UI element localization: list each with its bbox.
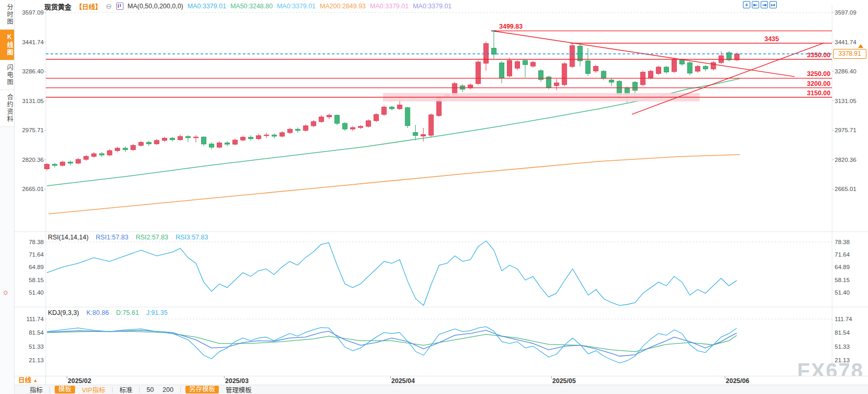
svg-text:3131.05: 3131.05 bbox=[22, 98, 44, 104]
svg-text:64.89: 64.89 bbox=[29, 264, 44, 270]
svg-text:51.40: 51.40 bbox=[29, 289, 44, 296]
svg-text:3441.74: 3441.74 bbox=[22, 39, 44, 45]
month-tick bbox=[224, 376, 225, 378]
svg-text:64.89: 64.89 bbox=[835, 264, 850, 270]
indicator-curves-group bbox=[47, 241, 737, 363]
month-label: 2025/06 bbox=[726, 377, 749, 385]
rsi2-value: RSI2:57.83 bbox=[135, 234, 168, 241]
svg-text:78.38: 78.38 bbox=[835, 239, 850, 245]
svg-text:81.54: 81.54 bbox=[29, 329, 44, 336]
svg-text:58.15: 58.15 bbox=[835, 277, 850, 283]
svg-text:2665.01: 2665.01 bbox=[835, 186, 857, 192]
divider bbox=[139, 387, 140, 393]
svg-text:51.33: 51.33 bbox=[835, 344, 850, 350]
symbol-name: 现货黄金 bbox=[44, 2, 71, 11]
price-up-arrow-icon bbox=[858, 44, 863, 48]
svg-text:78.38: 78.38 bbox=[29, 239, 44, 245]
indicator-line-K bbox=[47, 331, 737, 357]
ma200-quick-button[interactable]: 200 bbox=[160, 386, 176, 393]
triangle-up-icon: ▲ bbox=[33, 378, 38, 383]
collapse-icon[interactable]: ⊖ bbox=[106, 2, 112, 10]
rsi3-value: RSI3:57.83 bbox=[176, 234, 208, 241]
month-label: 2025/02 bbox=[68, 377, 91, 385]
indicators-button[interactable]: 指标 bbox=[28, 385, 45, 394]
bottom-toolbar: 指标 模板 VIP指标 标准 50 200 另存模板 管理模板 bbox=[15, 385, 868, 394]
price-chart-canvas[interactable]: 3597.093597.093441.743441.743286.403286.… bbox=[0, 0, 868, 394]
svg-text:71.64: 71.64 bbox=[835, 251, 850, 258]
svg-text:3286.40: 3286.40 bbox=[835, 68, 857, 74]
period-selector[interactable]: 日线 ▲ bbox=[15, 376, 46, 385]
divider bbox=[49, 387, 50, 393]
chart-header: 现货黄金 【日线】 ⊖ MA(0,50,0,200,0,0) MA0:3379.… bbox=[44, 1, 452, 11]
svg-text:3597.09: 3597.09 bbox=[835, 9, 857, 16]
month-tick bbox=[67, 376, 67, 378]
kdj-k-value: K:80.86 bbox=[86, 309, 109, 316]
svg-text:2820.36: 2820.36 bbox=[22, 157, 44, 163]
svg-text:2820.36: 2820.36 bbox=[835, 157, 857, 163]
divider bbox=[180, 387, 181, 393]
candlestick-mini-icon bbox=[116, 3, 123, 10]
month-label: 2025/05 bbox=[552, 377, 576, 385]
ma50-value: MA50:3248.80 bbox=[230, 3, 272, 10]
ma0-value-2: MA0:3379.01 bbox=[277, 3, 315, 10]
ma-settings-label: MA(0,50,0,200,0,0) bbox=[128, 3, 183, 10]
svg-text:3131.05: 3131.05 bbox=[835, 98, 857, 104]
current-price-badge: 3378.91 bbox=[833, 49, 866, 59]
save-template-button[interactable]: 另存模板 bbox=[185, 386, 219, 393]
kdj-title: KDJ(9,3,3) bbox=[48, 309, 79, 316]
svg-text:51.33: 51.33 bbox=[29, 344, 44, 350]
standard-button[interactable]: 标准 bbox=[117, 385, 134, 394]
svg-text:2975.71: 2975.71 bbox=[22, 127, 44, 133]
kdj-d-value: D:75.61 bbox=[116, 309, 139, 316]
month-tick bbox=[551, 376, 552, 378]
ma0-value-3: MA0:3379.01 bbox=[370, 3, 408, 10]
ma0-value: MA0:3379.01 bbox=[188, 3, 226, 10]
svg-text:3286.40: 3286.40 bbox=[22, 68, 44, 74]
manage-templates-button[interactable]: 管理模板 bbox=[224, 385, 254, 394]
rsi-title: RSI(14,14,14) bbox=[48, 234, 89, 241]
svg-text:111.74: 111.74 bbox=[835, 316, 852, 322]
divider bbox=[112, 387, 113, 393]
axis-left-icon[interactable]: ⇤ bbox=[752, 1, 759, 8]
indicator-line-D bbox=[47, 331, 737, 351]
svg-text:3150.00: 3150.00 bbox=[807, 90, 830, 97]
rsi-header: RSI(14,14,14) RSI1:57.83 RSI2:57.83 RSI3… bbox=[48, 234, 208, 241]
svg-text:3441.74: 3441.74 bbox=[835, 39, 857, 45]
svg-text:21.13: 21.13 bbox=[29, 357, 44, 363]
indicator-line-RSI bbox=[47, 241, 737, 306]
month-tick bbox=[390, 376, 391, 378]
kdj-settings-icon[interactable]: ☼ bbox=[2, 288, 9, 296]
period-tag: 【日线】 bbox=[76, 2, 102, 11]
svg-text:3499.83: 3499.83 bbox=[499, 23, 523, 30]
ma0-value-4: MA0:3379.01 bbox=[413, 3, 451, 10]
svg-text:2665.01: 2665.01 bbox=[22, 186, 44, 192]
month-label: 2025/04 bbox=[391, 377, 415, 385]
svg-text:111.74: 111.74 bbox=[27, 316, 44, 322]
kdj-j-value: J:91.35 bbox=[146, 309, 168, 316]
svg-text:3350.00: 3350.00 bbox=[807, 52, 830, 59]
svg-text:71.64: 71.64 bbox=[29, 251, 44, 258]
vip-indicators-button[interactable]: VIP指标 bbox=[80, 385, 107, 394]
ma50-quick-button[interactable]: 50 bbox=[144, 386, 156, 393]
svg-text:3435: 3435 bbox=[764, 35, 779, 43]
app-root: 分时图 K线图 闪电图 合约资料 现货黄金 【日线】 ⊖ MA(0,50,0,2… bbox=[0, 0, 868, 394]
month-tick bbox=[725, 376, 725, 378]
svg-text:81.54: 81.54 bbox=[835, 329, 850, 336]
rsi1-value: RSI1:57.83 bbox=[96, 234, 129, 241]
svg-text:58.15: 58.15 bbox=[29, 277, 44, 283]
ma-line-MA200 bbox=[48, 155, 740, 214]
svg-text:2975.71: 2975.71 bbox=[835, 127, 857, 133]
svg-text:3250.00: 3250.00 bbox=[807, 70, 830, 78]
month-label: 2025/03 bbox=[225, 377, 249, 385]
gridlines bbox=[15, 5, 868, 376]
kdj-header: KDJ(9,3,3) K:80.86 D:75.61 J:91.35 bbox=[48, 309, 168, 316]
svg-text:3597.09: 3597.09 bbox=[22, 9, 44, 16]
time-axis: 日线 ▲ 2025/022025/032025/042025/052025/06 bbox=[15, 376, 868, 385]
pane-shift-icon[interactable]: ↦ bbox=[770, 1, 777, 8]
svg-text:3200.00: 3200.00 bbox=[807, 80, 830, 87]
ma200-value: MA200:2849.93 bbox=[320, 3, 366, 10]
period-selector-label: 日线 bbox=[18, 377, 31, 384]
axis-right-icon[interactable]: ⇥ bbox=[761, 1, 768, 8]
pan-icon[interactable]: + bbox=[743, 1, 750, 8]
templates-button[interactable]: 模板 bbox=[55, 386, 75, 393]
